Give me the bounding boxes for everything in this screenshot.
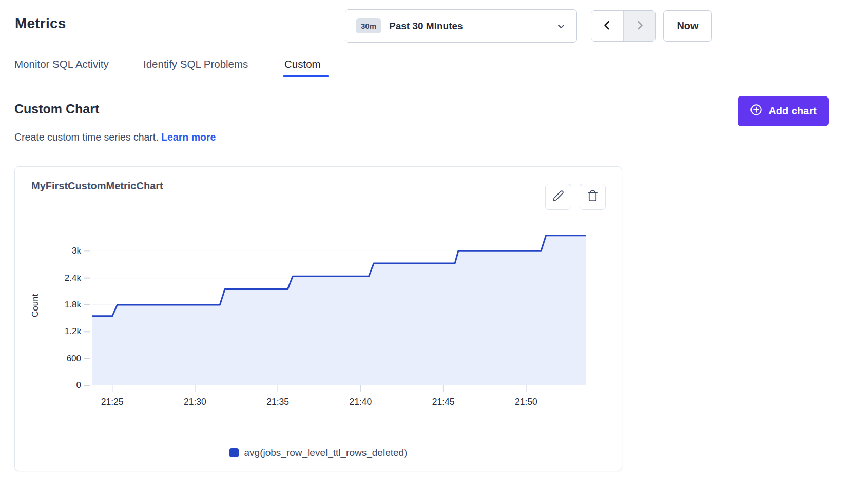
y-tick-label: 2.4k xyxy=(15,273,81,283)
trash-icon xyxy=(587,190,599,204)
plus-circle-icon xyxy=(749,103,763,119)
x-tick-label: 21:30 xyxy=(172,397,218,408)
tab-identify-sql-problems[interactable]: Identify SQL Problems xyxy=(143,56,248,72)
section-description-text: Create custom time series chart. xyxy=(14,131,159,143)
add-chart-button[interactable]: Add chart xyxy=(738,96,829,126)
tabs-divider xyxy=(14,77,830,77)
legend-label: avg(jobs_row_level_ttl_rows_deleted) xyxy=(244,447,408,458)
x-tick-label: 21:45 xyxy=(420,397,467,408)
section-heading: Custom Chart xyxy=(14,102,99,117)
learn-more-link[interactable]: Learn more xyxy=(161,131,216,143)
chart-legend[interactable]: avg(jobs_row_level_ttl_rows_deleted) xyxy=(15,447,622,458)
metrics-page: Metrics 30m Past 30 Minutes Now Monitor … xyxy=(0,0,847,504)
tab-monitor-sql-activity[interactable]: Monitor SQL Activity xyxy=(14,56,109,72)
time-range-badge: 30m xyxy=(356,18,381,33)
active-tab-underline xyxy=(283,75,329,77)
y-tick-label: 0 xyxy=(15,380,81,391)
chevron-down-icon xyxy=(556,21,566,31)
delete-chart-button[interactable] xyxy=(580,184,606,210)
y-tick-label: 3k xyxy=(15,246,81,256)
next-time-button[interactable] xyxy=(623,11,655,41)
now-button[interactable]: Now xyxy=(663,10,712,42)
previous-time-button[interactable] xyxy=(591,11,623,41)
add-chart-button-label: Add chart xyxy=(768,105,816,117)
legend-divider xyxy=(31,436,606,436)
time-range-dropdown[interactable]: 30m Past 30 Minutes xyxy=(345,9,577,43)
x-tick-label: 21:35 xyxy=(255,397,301,408)
x-tick-label: 21:25 xyxy=(89,397,136,408)
y-tick-label: 1.2k xyxy=(15,326,81,337)
time-step-button-group xyxy=(591,10,656,42)
time-series-plot xyxy=(92,224,586,385)
chevron-left-icon xyxy=(601,19,613,33)
tab-custom[interactable]: Custom xyxy=(284,56,321,72)
custom-chart-card: MyFirstCustomMetricChart Count 06001.2k1… xyxy=(14,166,622,471)
page-title: Metrics xyxy=(15,15,66,32)
edit-chart-button[interactable] xyxy=(545,184,571,210)
x-tick-label: 21:50 xyxy=(503,397,549,408)
time-range-label: Past 30 Minutes xyxy=(389,21,463,32)
chart-title: MyFirstCustomMetricChart xyxy=(31,180,163,192)
y-tick-label: 600 xyxy=(15,354,81,364)
section-description: Create custom time series chart. Learn m… xyxy=(14,131,216,143)
x-tick-label: 21:40 xyxy=(337,397,383,408)
legend-swatch xyxy=(229,448,239,457)
pencil-icon xyxy=(552,190,564,204)
chevron-right-icon xyxy=(633,19,646,33)
y-tick-label: 1.8k xyxy=(15,300,81,310)
